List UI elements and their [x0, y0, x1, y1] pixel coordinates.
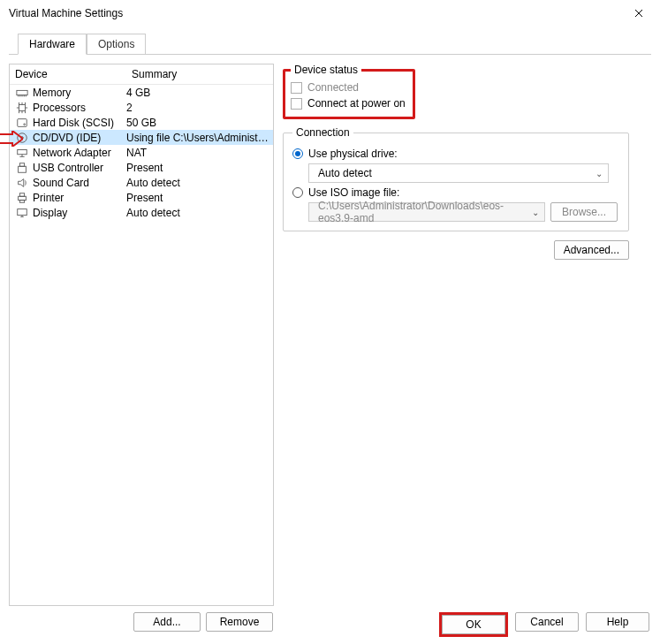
use-iso-label: Use ISO image file: — [308, 186, 399, 199]
printer-icon — [15, 191, 29, 205]
device-list[interactable]: Memory4 GBProcessors2Hard Disk (SCSI)50 … — [10, 85, 273, 605]
browse-button[interactable]: Browse... — [550, 202, 618, 222]
tab-options[interactable]: Options — [87, 34, 146, 54]
col-device[interactable]: Device — [10, 64, 126, 84]
device-name: CD/DVD (IDE) — [33, 132, 126, 144]
svg-point-3 — [24, 123, 26, 125]
ok-button[interactable]: OK — [442, 615, 505, 634]
svg-rect-7 — [19, 163, 24, 166]
use-physical-radio-row[interactable]: Use physical drive: — [292, 148, 619, 160]
device-list-header: Device Summary — [10, 64, 273, 85]
device-list-panel: Device Summary Memory4 GBProcessors2Hard… — [9, 64, 274, 606]
device-row-cd-dvd-ide-[interactable]: CD/DVD (IDE)Using file C:\Users\Administ… — [10, 130, 273, 145]
use-physical-label: Use physical drive: — [308, 148, 398, 160]
chevron-down-icon: ⌄ — [532, 208, 539, 217]
col-summary[interactable]: Summary — [126, 64, 273, 84]
device-row-sound-card[interactable]: Sound CardAuto detect — [10, 175, 273, 190]
svg-rect-2 — [18, 118, 27, 126]
device-summary: Auto detect — [126, 177, 273, 189]
device-status-group: Device status Connected Connect at power… — [283, 64, 415, 119]
remove-button[interactable]: Remove — [206, 612, 273, 632]
device-summary: Present — [126, 162, 273, 174]
network-icon — [15, 146, 29, 160]
checkbox-icon — [291, 82, 302, 94]
sound-icon — [15, 176, 29, 190]
connection-group: Connection Use physical drive: Auto dete… — [283, 126, 629, 231]
cpu-icon — [15, 101, 29, 115]
advanced-button[interactable]: Advanced... — [554, 240, 629, 260]
iso-path-select[interactable]: C:\Users\Administrator\Downloads\eos-eos… — [308, 202, 545, 222]
device-row-hard-disk-scsi-[interactable]: Hard Disk (SCSI)50 GB — [10, 115, 273, 130]
svg-rect-12 — [18, 208, 27, 215]
chevron-down-icon: ⌄ — [596, 169, 603, 178]
connection-legend: Connection — [292, 126, 353, 139]
connected-checkbox-row[interactable]: Connected — [291, 81, 407, 94]
connected-label: Connected — [307, 81, 359, 94]
device-row-memory[interactable]: Memory4 GB — [10, 85, 273, 100]
device-row-processors[interactable]: Processors2 — [10, 100, 273, 115]
close-icon — [634, 9, 643, 18]
checkbox-icon — [291, 98, 302, 110]
device-name: Display — [33, 207, 126, 219]
usb-icon — [15, 161, 29, 175]
use-iso-radio-row[interactable]: Use ISO image file: — [292, 186, 619, 199]
tab-strip: Hardware Options — [9, 34, 651, 55]
radio-icon — [292, 148, 303, 159]
device-name: Network Adapter — [33, 147, 126, 159]
device-name: Sound Card — [33, 177, 126, 189]
device-name: USB Controller — [33, 162, 126, 174]
svg-rect-0 — [17, 90, 27, 95]
iso-path-value: C:\Users\Administrator\Downloads\eos-eos… — [318, 200, 532, 224]
device-row-usb-controller[interactable]: USB ControllerPresent — [10, 160, 273, 175]
svg-point-4 — [18, 133, 27, 142]
device-summary: Using file C:\Users\Administr... — [126, 132, 273, 144]
ok-highlight-annotation: OK — [439, 612, 508, 637]
dialog-footer: OK Cancel Help — [439, 612, 649, 637]
svg-rect-10 — [19, 193, 24, 196]
close-button[interactable] — [621, 1, 656, 26]
cd-icon — [15, 131, 29, 145]
window-title: Virtual Machine Settings — [9, 7, 123, 19]
tab-hardware[interactable]: Hardware — [18, 34, 87, 55]
device-row-network-adapter[interactable]: Network AdapterNAT — [10, 145, 273, 160]
device-summary: 50 GB — [126, 117, 273, 129]
svg-rect-9 — [19, 196, 27, 200]
radio-icon — [292, 187, 303, 198]
physical-drive-select[interactable]: Auto detect ⌄ — [308, 163, 609, 183]
svg-rect-8 — [19, 166, 27, 172]
titlebar: Virtual Machine Settings — [0, 0, 660, 27]
add-button[interactable]: Add... — [133, 612, 201, 632]
device-summary: NAT — [126, 147, 273, 159]
display-icon — [15, 206, 29, 220]
svg-point-5 — [21, 136, 24, 139]
device-summary: 2 — [126, 102, 273, 114]
device-name: Hard Disk (SCSI) — [33, 117, 126, 129]
help-button[interactable]: Help — [586, 612, 649, 632]
device-name: Memory — [33, 87, 126, 99]
device-row-printer[interactable]: PrinterPresent — [10, 190, 273, 205]
device-row-display[interactable]: DisplayAuto detect — [10, 205, 273, 220]
device-summary: Present — [126, 192, 273, 204]
memory-icon — [15, 86, 29, 100]
cancel-button[interactable]: Cancel — [515, 612, 579, 632]
device-name: Processors — [33, 102, 126, 114]
device-summary: Auto detect — [126, 207, 273, 219]
svg-rect-6 — [18, 149, 27, 154]
device-summary: 4 GB — [126, 87, 273, 99]
physical-drive-value: Auto detect — [318, 167, 372, 179]
connect-poweron-checkbox-row[interactable]: Connect at power on — [291, 97, 407, 110]
svg-rect-11 — [19, 200, 24, 202]
connect-poweron-label: Connect at power on — [307, 97, 406, 110]
device-name: Printer — [33, 192, 126, 204]
device-status-legend: Device status — [291, 64, 361, 76]
svg-rect-1 — [19, 104, 26, 110]
hdd-icon — [15, 116, 29, 130]
